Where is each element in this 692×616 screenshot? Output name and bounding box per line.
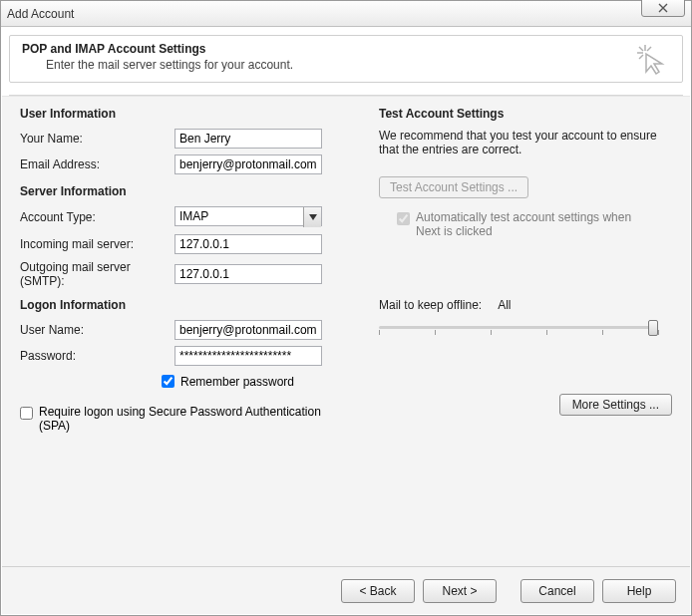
svg-line-3 bbox=[647, 47, 651, 51]
test-settings-heading: Test Account Settings bbox=[379, 107, 672, 121]
add-account-dialog: Add Account POP and IMAP Account Setting… bbox=[0, 0, 692, 616]
remember-password-label: Remember password bbox=[180, 375, 294, 389]
svg-line-4 bbox=[639, 55, 643, 59]
account-type-label: Account Type: bbox=[20, 210, 174, 224]
user-name-label: User Name: bbox=[20, 323, 174, 337]
mail-offline-label: Mail to keep offline: bbox=[379, 298, 482, 312]
user-name-input[interactable] bbox=[174, 320, 322, 340]
account-type-value[interactable] bbox=[174, 206, 322, 226]
cancel-button[interactable]: Cancel bbox=[520, 579, 594, 603]
email-label: Email Address: bbox=[20, 157, 174, 171]
help-button[interactable]: Help bbox=[602, 579, 676, 603]
auto-test-checkbox bbox=[397, 212, 410, 225]
remember-password-checkbox[interactable] bbox=[162, 375, 174, 388]
more-settings-button[interactable]: More Settings ... bbox=[559, 394, 672, 416]
auto-test-label: Automatically test account settings when… bbox=[416, 210, 655, 238]
left-column: User Information Your Name: Email Addres… bbox=[20, 107, 359, 556]
header-subtitle: Enter the mail server settings for your … bbox=[46, 58, 670, 72]
require-spa-label: Require logon using Secure Password Auth… bbox=[39, 405, 328, 433]
chevron-down-icon[interactable] bbox=[303, 207, 321, 227]
test-settings-description: We recommend that you test your account … bbox=[379, 129, 672, 156]
outgoing-label: Outgoing mail server (SMTP): bbox=[20, 260, 174, 288]
your-name-input[interactable] bbox=[174, 129, 322, 149]
window-title: Add Account bbox=[7, 7, 685, 21]
cursor-star-icon bbox=[634, 42, 668, 76]
outgoing-input[interactable] bbox=[174, 264, 322, 284]
header-panel: POP and IMAP Account Settings Enter the … bbox=[9, 35, 683, 83]
footer: < Back Next > Cancel Help bbox=[2, 566, 690, 614]
require-spa-checkbox[interactable] bbox=[20, 407, 33, 420]
content-area: User Information Your Name: Email Addres… bbox=[2, 96, 690, 566]
logon-info-heading: Logon Information bbox=[20, 298, 359, 312]
test-account-settings-button[interactable]: Test Account Settings ... bbox=[379, 176, 528, 198]
slider-thumb[interactable] bbox=[648, 320, 658, 336]
mail-offline-value: All bbox=[498, 298, 511, 312]
titlebar: Add Account bbox=[1, 1, 691, 27]
incoming-input[interactable] bbox=[174, 234, 322, 254]
incoming-label: Incoming mail server: bbox=[20, 237, 174, 251]
account-type-select[interactable] bbox=[174, 206, 322, 228]
back-button[interactable]: < Back bbox=[341, 579, 415, 603]
your-name-label: Your Name: bbox=[20, 132, 174, 146]
server-info-heading: Server Information bbox=[20, 184, 359, 198]
next-button[interactable]: Next > bbox=[423, 579, 497, 603]
mail-offline-slider[interactable] bbox=[379, 318, 658, 340]
close-icon bbox=[657, 3, 669, 13]
svg-line-2 bbox=[639, 47, 643, 51]
password-input[interactable] bbox=[174, 346, 322, 366]
right-column: Test Account Settings We recommend that … bbox=[359, 107, 672, 556]
header-title: POP and IMAP Account Settings bbox=[22, 42, 670, 56]
password-label: Password: bbox=[20, 349, 174, 363]
email-input[interactable] bbox=[174, 154, 322, 174]
slider-track bbox=[379, 326, 658, 329]
close-button[interactable] bbox=[641, 0, 685, 17]
user-info-heading: User Information bbox=[20, 107, 359, 121]
